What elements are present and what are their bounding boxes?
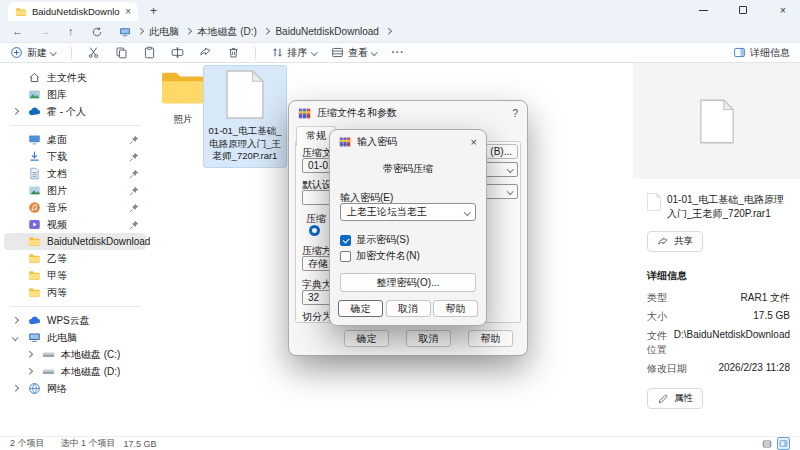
- organize-passwords-button[interactable]: 整理密码(O)...: [340, 273, 476, 292]
- file-page-icon: [226, 70, 264, 119]
- share-icon[interactable]: [199, 46, 212, 59]
- sidebar-item-desktop[interactable]: 桌面: [4, 131, 146, 148]
- video-icon: [28, 218, 41, 231]
- drive-icon: [42, 348, 55, 361]
- music-icon: [28, 201, 41, 214]
- large-icons-view-toggle[interactable]: [777, 437, 790, 450]
- collapse-chevron-icon[interactable]: [12, 334, 18, 340]
- crumb-this-pc[interactable]: 此电脑: [149, 25, 179, 39]
- crumb-separator-icon: [385, 28, 391, 34]
- document-icon: [28, 167, 41, 180]
- file-page-icon: [647, 193, 661, 211]
- tab-bar: BaiduNetdiskDownload × + ×: [0, 0, 800, 21]
- forward-button[interactable]: →: [40, 26, 51, 37]
- sidebar-item-onedrive[interactable]: 霍 - 个人: [4, 103, 146, 120]
- folder-icon: [160, 69, 206, 107]
- sidebar-item-downloads[interactable]: 下载: [4, 148, 146, 165]
- compress-help-button[interactable]: 帮助: [468, 330, 513, 347]
- share-icon: [657, 236, 669, 248]
- up-button[interactable]: ↑: [68, 26, 74, 37]
- view-button[interactable]: 查看: [331, 46, 377, 60]
- list-view-icon[interactable]: [762, 439, 772, 449]
- file-explorer-window: BaiduNetdiskDownload × + × ← → ↑ 此电脑: [0, 0, 800, 450]
- view-icon: [331, 46, 344, 59]
- sidebar-item-disk-c[interactable]: 本地磁盘 (C:): [4, 346, 146, 363]
- delete-icon[interactable]: [227, 46, 240, 59]
- details-header: 详细信息: [647, 269, 800, 283]
- properties-button[interactable]: 属性: [647, 388, 703, 409]
- file-name: 01-01_电工基础_电路原理入门_王老师_720P.rar1: [206, 125, 284, 162]
- tab-close-icon[interactable]: ×: [125, 6, 131, 17]
- window-chrome: BaiduNetdiskDownload × + × ← → ↑ 此电脑: [0, 0, 800, 42]
- home-icon: [28, 71, 41, 84]
- password-help-button[interactable]: 帮助: [433, 300, 478, 317]
- password-dialog-title: 输入密码: [357, 135, 397, 149]
- navigation-sidebar: 主文件夹 图库 霍 - 个人 桌面 下载 文档 图片: [0, 63, 150, 436]
- sort-button[interactable]: 排序: [271, 46, 317, 60]
- this-pc-icon: [28, 331, 41, 344]
- expand-chevron-icon[interactable]: [12, 317, 18, 323]
- sidebar-item-documents[interactable]: 文档: [4, 165, 146, 182]
- sidebar-item-videos[interactable]: 视频: [4, 216, 146, 233]
- pin-icon: [128, 185, 140, 197]
- details-filename: 01-01_电工基础_电路原理入门_王老师_720P.rar1: [667, 193, 792, 221]
- folder-icon: [28, 286, 41, 299]
- expand-chevron-icon[interactable]: [12, 108, 18, 114]
- cut-icon[interactable]: [87, 46, 100, 59]
- dialog-help-icon[interactable]: ?: [512, 108, 518, 119]
- sidebar-item-jiadeng[interactable]: 甲等: [4, 267, 146, 284]
- sidebar-item-this-pc[interactable]: 此电脑: [4, 329, 146, 346]
- share-button[interactable]: 共享: [647, 231, 703, 252]
- crumb-local-disk-d[interactable]: 本地磁盘 (D:): [198, 25, 257, 39]
- new-tab-button[interactable]: +: [150, 4, 157, 18]
- paste-icon[interactable]: [143, 46, 156, 59]
- copy-icon[interactable]: [115, 46, 128, 59]
- compress-cancel-button[interactable]: 取消: [406, 330, 451, 347]
- crumb-baidunetdiskdownload[interactable]: BaiduNetdiskDownload: [275, 26, 378, 37]
- pin-icon: [128, 134, 140, 146]
- sidebar-item-gallery[interactable]: 图库: [4, 86, 146, 103]
- selection-size: 17.5 GB: [124, 439, 157, 449]
- back-button[interactable]: ←: [12, 26, 23, 37]
- refresh-icon[interactable]: [91, 26, 103, 38]
- dialog-close-icon[interactable]: ×: [471, 136, 477, 148]
- password-dialog-buttons: 确定 取消 帮助: [338, 300, 478, 317]
- this-pc-icon[interactable]: [119, 26, 131, 38]
- expand-chevron-icon[interactable]: [26, 351, 32, 357]
- file-tile-rar1[interactable]: 01-01_电工基础_电路原理入门_王老师_720P.rar1: [203, 65, 287, 168]
- download-icon: [28, 150, 41, 163]
- password-ok-button[interactable]: 确定: [338, 300, 383, 317]
- close-button[interactable]: ×: [772, 1, 794, 19]
- sidebar-item-wps-cloud[interactable]: WPS云盘: [4, 312, 146, 329]
- new-button[interactable]: 新建: [10, 46, 56, 60]
- details-pane-button[interactable]: 详细信息: [733, 46, 790, 60]
- encrypt-names-checkbox[interactable]: 加密文件名(N): [340, 249, 420, 263]
- sidebar-item-disk-d[interactable]: 本地磁盘 (D:): [4, 363, 146, 380]
- more-options-icon[interactable]: ···: [392, 47, 405, 58]
- sidebar-item-pictures[interactable]: 图片: [4, 182, 146, 199]
- show-password-checkbox[interactable]: 显示密码(S): [340, 233, 409, 247]
- expand-chevron-icon[interactable]: [12, 385, 18, 391]
- sidebar-item-baidunetdiskdownload[interactable]: BaiduNetdiskDownload: [4, 233, 146, 250]
- checkbox-checked-icon: [340, 235, 351, 246]
- password-combobox[interactable]: 上老王论坛当老王: [340, 203, 476, 221]
- compress-ok-button[interactable]: 确定: [344, 330, 389, 347]
- expand-chevron-icon[interactable]: [26, 368, 32, 374]
- rename-icon[interactable]: [171, 46, 184, 59]
- sidebar-item-yideng[interactable]: 乙等: [4, 250, 146, 267]
- minimize-button[interactable]: [692, 1, 714, 19]
- sidebar-item-home[interactable]: 主文件夹: [4, 69, 146, 86]
- command-toolbar: 新建 排序 查看 ··· 详细信息: [0, 42, 800, 63]
- sidebar-item-bingdeng[interactable]: 丙等: [4, 284, 146, 301]
- sidebar-item-music[interactable]: 音乐: [4, 199, 146, 216]
- maximize-button[interactable]: [732, 1, 754, 19]
- sidebar-item-network[interactable]: 网络: [4, 380, 146, 397]
- view-toggle-icons: [762, 437, 790, 450]
- rar-format-radio[interactable]: [309, 225, 320, 236]
- winrar-icon: [298, 107, 311, 120]
- password-cancel-button[interactable]: 取消: [386, 300, 431, 317]
- pin-icon: [128, 202, 140, 214]
- split-label: 切分为: [302, 310, 332, 323]
- password-header: 带密码压缩: [330, 162, 486, 176]
- explorer-tab[interactable]: BaiduNetdiskDownload ×: [8, 2, 138, 21]
